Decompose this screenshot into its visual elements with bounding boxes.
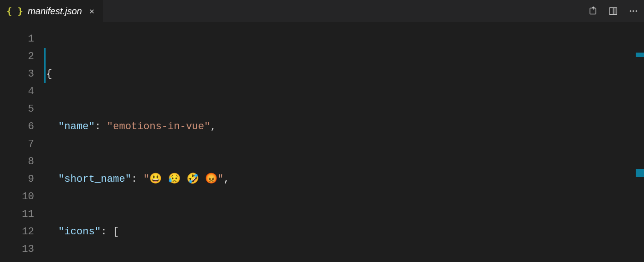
scrollbar-marker — [636, 169, 644, 177]
tab-bar: { } manifest.json ✕ — [0, 0, 644, 22]
line-number: 8 — [0, 153, 34, 171]
line-number: 5 — [0, 101, 34, 118]
tab-title: manifest.json — [28, 6, 82, 17]
code-content[interactable]: { "name": "emotions-in-vue", "short_name… — [46, 22, 644, 262]
minimap-scrollbar[interactable] — [636, 44, 644, 262]
svg-point-5 — [632, 10, 634, 12]
line-number: 9 — [0, 171, 34, 188]
split-editor-icon[interactable] — [608, 6, 618, 16]
tab-manifest-json[interactable]: { } manifest.json ✕ — [0, 0, 103, 22]
line-number: 11 — [0, 206, 34, 223]
line-number: 13 — [0, 241, 34, 258]
line-number: 7 — [0, 136, 34, 153]
svg-point-4 — [630, 10, 632, 12]
line-number: 10 — [0, 188, 34, 206]
open-changes-icon[interactable] — [588, 6, 598, 16]
editor-area: 1 2 3 4 5 6 7 8 9 10 11 12 13 { "name": … — [0, 22, 644, 262]
code-line: "icons": [ — [46, 223, 644, 241]
line-number: 6 — [0, 118, 34, 136]
svg-rect-0 — [590, 8, 596, 14]
svg-point-6 — [636, 10, 638, 12]
line-number: 12 — [0, 223, 34, 241]
more-actions-icon[interactable] — [628, 6, 638, 16]
line-number: 4 — [0, 83, 34, 101]
code-line: "short_name": "😃 😥 🤣 😡", — [46, 171, 644, 188]
line-number: 2 — [0, 48, 34, 66]
close-icon[interactable]: ✕ — [89, 6, 94, 16]
line-number: 1 — [0, 30, 34, 48]
scrollbar-marker — [636, 53, 644, 57]
code-line: "name": "emotions-in-vue", — [46, 118, 644, 136]
json-file-icon: { } — [6, 6, 23, 17]
line-number-gutter: 1 2 3 4 5 6 7 8 9 10 11 12 13 — [0, 22, 46, 262]
line-number: 3 — [0, 66, 34, 83]
svg-rect-3 — [613, 8, 617, 15]
modified-marker — [44, 48, 46, 83]
editor-actions — [588, 6, 638, 16]
code-line: { — [46, 66, 644, 83]
